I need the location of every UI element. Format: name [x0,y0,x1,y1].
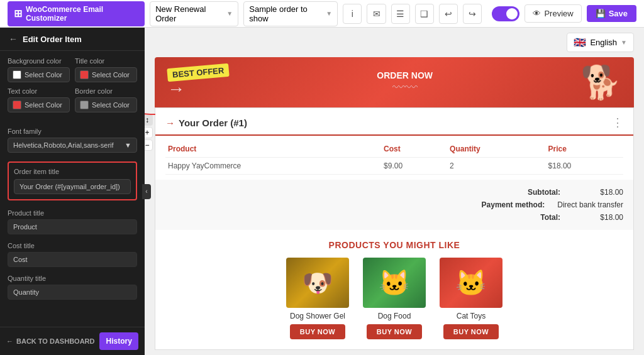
language-selector[interactable]: 🇬🇧 English ▼ [567,33,634,52]
product-item-1: 🐱 Dog Food BUY NOW [360,258,429,339]
language-label: English [590,38,617,47]
payment-value: Direct bank transfer [557,200,623,209]
title-color-swatch [80,70,89,79]
border-color-button[interactable]: Select Color [75,97,137,112]
app-title: WooCommerce Email Customizer [26,5,138,23]
product-title-section: Product title [0,205,145,238]
buy-now-button-2[interactable]: BUY NOW [443,324,499,339]
product-name-0: Dog Shower Gel [290,312,345,320]
border-color-swatch [80,101,89,109]
bg-color-swatch [13,70,21,79]
product-item-0: 🐶 Dog Shower Gel BUY NOW [283,258,352,339]
undo-button[interactable]: ↩ [439,4,458,24]
colors-section: Background color Select Color Title colo… [0,51,145,124]
font-family-dropdown[interactable]: Helvetica,Roboto,Arial,sans-serif ▼ [8,138,137,153]
product-header: Product [165,141,381,158]
text-color-swatch [13,101,21,109]
buy-now-button-1[interactable]: BUY NOW [367,324,422,339]
color-row-2: Text color Select Color Border color Sel… [8,87,137,112]
product-title-input[interactable] [8,219,137,234]
order-header: → Your Order (#1) ⋮ [155,108,633,136]
quantity-cell: 2 [447,158,545,175]
save-button[interactable]: 💾 Save [587,5,636,22]
quantity-header: Quantity [447,141,545,158]
chevron-down-icon: ▼ [326,10,332,17]
text-color-button[interactable]: Select Color [8,97,70,112]
product-image-2: 🐱 [440,258,502,308]
product-name-2: Cat Toys [457,312,486,320]
cost-title-input[interactable] [8,252,137,267]
order-more-icon[interactable]: ⋮ [612,116,623,129]
flag-icon: 🇬🇧 [574,36,586,48]
chevron-left-icon: ‹ [145,188,147,195]
scroll-up-button[interactable]: ↕ [145,114,153,126]
table-header-row: Product Cost Quantity Price [165,141,623,158]
sample-order-dropdown[interactable]: Sample order to show ▼ [243,1,338,26]
email-banner: BEST OFFER → ORDER NOW 〰〰 🐕 [155,57,634,107]
product-image-1: 🐱 [363,258,426,308]
collapse-handle[interactable]: ‹ [142,184,151,199]
chevron-down-icon: ▼ [226,10,233,17]
subtotal-value: $18.00 [573,188,623,197]
text-color-col: Text color Select Color [8,87,70,112]
buy-now-button-0[interactable]: BUY NOW [290,324,345,339]
banner-center: ORDER NOW 〰〰 [377,70,433,95]
toggle-switch[interactable] [492,6,519,21]
zoom-in-button[interactable]: + [145,127,153,138]
sidebar-wrap: ← Edit Order Item Background color Selec… [0,28,145,355]
total-value: $18.00 [573,213,623,222]
color-row-1: Background color Select Color Title colo… [8,57,137,82]
main-layout: ← Edit Order Item Background color Selec… [0,28,644,355]
quantity-title-input[interactable] [8,285,137,300]
scroll-controls: ↕ + − [145,114,153,151]
redo-icon: ↪ [469,9,476,19]
sidebar-header: ← Edit Order Item [0,28,145,51]
title-color-button[interactable]: Select Color [75,67,137,82]
sidebar-title: Edit Order Item [23,35,82,44]
app-logo: ⊞ WooCommerce Email Customizer [8,1,145,26]
layers-icon: ❑ [420,9,428,19]
product-title-label: Product title [8,209,137,217]
product-item-2: 🐱 Cat Toys BUY NOW [436,258,506,339]
email-card: ↕ + − → Your Order (#1) [155,107,634,350]
sidebar: ← Edit Order Item Background color Selec… [0,28,145,355]
undo-icon: ↩ [445,9,452,19]
product-table: Product Cost Quantity Price Happy YayCom… [165,141,623,175]
content-area: 🇬🇧 English ▼ BEST OFFER → ORDER NOW 〰〰 🐕 [145,28,644,355]
redo-button[interactable]: ↪ [463,4,482,24]
lang-bar: 🇬🇧 English ▼ [145,28,644,57]
cost-header: Cost [381,141,447,158]
toggle-wrap [492,6,519,21]
document-button[interactable]: ☰ [391,4,410,24]
order-type-dropdown[interactable]: New Renewal Order ▼ [150,1,238,26]
font-section: Font family Helvetica,Roboto,Arial,sans-… [0,124,145,156]
info-icon: i [352,9,353,19]
layers-button[interactable]: ❑ [415,4,434,24]
banner-pet-image: 🐕 [580,66,621,99]
email-button[interactable]: ✉ [367,4,386,24]
order-item-title-input[interactable] [14,179,131,194]
payment-label: Payment method: [469,200,545,209]
border-color-label: Border color [75,87,137,95]
total-label: Total: [485,213,560,222]
history-button[interactable]: History [99,332,138,350]
order-totals: Subtotal: $18.00 Payment method: Direct … [155,180,633,230]
email-preview: BEST OFFER → ORDER NOW 〰〰 🐕 ↕ + − [145,57,644,355]
eye-icon: 👁 [533,9,541,18]
back-icon[interactable]: ← [9,34,18,44]
chevron-down-icon: ▼ [125,141,131,149]
product-cell: Happy YayCommerce [165,158,381,175]
order-item-title-label: Order item title [14,168,131,175]
order-table: Product Cost Quantity Price Happy YayCom… [155,136,633,180]
products-section: PRODUCTS YOU MIGHT LIKE 🐶 Dog Shower Gel… [155,230,633,349]
back-to-dashboard-button[interactable]: ← BACK TO DASHBOARD [6,337,94,345]
zoom-out-button[interactable]: − [145,139,153,151]
topbar: ⊞ WooCommerce Email Customizer New Renew… [0,0,644,28]
product-name-1: Dog Food [378,312,411,320]
bg-color-col: Background color Select Color [8,57,70,82]
preview-button[interactable]: 👁 Preview [525,4,581,23]
order-arrow-icon: → [165,117,175,128]
cost-title-label: Cost title [8,242,137,249]
info-button[interactable]: i [343,4,362,24]
bg-color-button[interactable]: Select Color [8,67,70,82]
